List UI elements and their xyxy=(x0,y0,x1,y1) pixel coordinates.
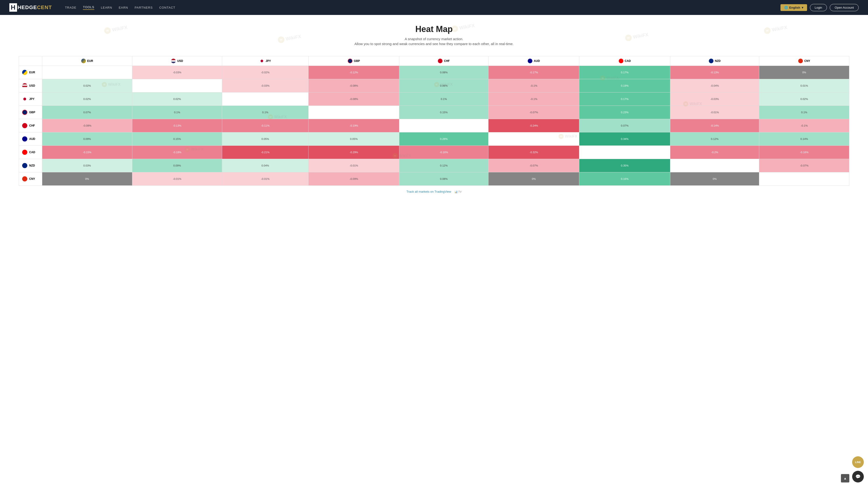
gbp-flag xyxy=(348,59,352,63)
heatmap-cell: -0.19% xyxy=(308,119,399,133)
heatmap-cell: -0.18% xyxy=(132,146,222,159)
row-header-cad: CAD xyxy=(19,146,42,159)
row-header-nzd: NZD xyxy=(19,159,42,172)
heatmap-cell: -0.24% xyxy=(488,119,579,133)
table-row: USD0.02%-0.03%-0.08%0.06%-0.1%0.19%-0.04… xyxy=(19,79,849,92)
globe-icon: 🌐 xyxy=(784,6,788,9)
nav-learn[interactable]: LEARN xyxy=(101,6,112,9)
nav-partners[interactable]: PARTNERS xyxy=(135,6,153,9)
nav-earn[interactable]: EARN xyxy=(119,6,128,9)
heatmap-cell: -0.07% xyxy=(759,159,849,172)
heatmap-cell: -0.15% xyxy=(42,146,132,159)
heatmap-cell xyxy=(759,172,849,186)
eur-flag xyxy=(81,59,86,63)
heatmap-cell: -0.01% xyxy=(222,172,309,186)
heatmap-cell: 0.28% xyxy=(399,133,489,146)
navbar: H HEDGECENT TRADE TOOLS LEARN EARN PARTN… xyxy=(0,0,868,15)
heatmap-cell xyxy=(579,146,670,159)
row-header-gbp: GBP xyxy=(19,106,42,119)
open-account-button[interactable]: Open Account xyxy=(830,4,859,11)
heatmap-cell: 0.12% xyxy=(399,159,489,172)
table-row: JPY0.02%0.02%-0.08%0.1%-0.1%0.17%-0.03%0… xyxy=(19,92,849,106)
tradingview-link[interactable]: Track all markets on TradingView xyxy=(406,190,451,193)
chevron-down-icon: ▾ xyxy=(802,6,803,9)
cad-flag xyxy=(619,59,623,63)
heatmap-cell: 0.02% xyxy=(759,92,849,106)
col-header-eur: EUR xyxy=(42,56,132,66)
nav-tools[interactable]: TOOLS xyxy=(83,5,94,10)
heatmap-cell: -0.16% xyxy=(759,146,849,159)
heatmap-cell: 0.23% xyxy=(579,106,670,119)
nzd-flag xyxy=(709,59,713,63)
heatmap-cell: -0.13% xyxy=(670,66,759,79)
col-header-gbp: GBP xyxy=(308,56,399,66)
heatmap-cell: -0.01% xyxy=(670,106,759,119)
heatmap-cell: 0.16% xyxy=(579,172,670,186)
heatmap-cell: -0.1% xyxy=(488,79,579,92)
login-button[interactable]: Login xyxy=(810,4,827,11)
nav-right: 🌐 English ▾ Login Open Account xyxy=(780,4,859,11)
heatmap-cell: 0.07% xyxy=(42,106,132,119)
heatmap-cell: 0.07% xyxy=(579,119,670,133)
row-header-eur: EUR xyxy=(19,66,42,79)
language-button[interactable]: 🌐 English ▾ xyxy=(780,4,807,11)
heatmap-area: WWikiFX WWikiFX WWikiFX WWikiFX WWikiFX … xyxy=(19,56,849,186)
heatmap-cell: -0.08% xyxy=(308,92,399,106)
heatmap-cell: 0% xyxy=(42,172,132,186)
heatmap-cell: -0.16% xyxy=(399,146,489,159)
heatmap-cell: -0.17% xyxy=(488,66,579,79)
heatmap-cell: -0.03% xyxy=(670,92,759,106)
heatmap-cell: 0.35% xyxy=(579,159,670,172)
heatmap-cell: -0.1% xyxy=(488,92,579,106)
heatmap-cell: -0.09% xyxy=(308,172,399,186)
logo-hedge: HEDGE xyxy=(18,4,37,10)
hero-description: Allow you to spot strong and weak curren… xyxy=(5,42,863,46)
heatmap-cell: 0.19% xyxy=(579,79,670,92)
heatmap-cell: -0.08% xyxy=(308,79,399,92)
table-row: GBP0.07%0.1%0.1%0.15%-0.07%0.23%-0.01%0.… xyxy=(19,106,849,119)
heatmap-cell: -0.2% xyxy=(670,146,759,159)
nav-trade[interactable]: TRADE xyxy=(65,6,76,9)
heatmap-cell xyxy=(488,133,579,146)
usd-flag xyxy=(171,59,176,63)
heatmap-cell xyxy=(399,119,489,133)
heatmap-cell: -0.12% xyxy=(308,66,399,79)
heatmap-cell: 0.15% xyxy=(132,133,222,146)
heatmap-cell: 0.09% xyxy=(132,159,222,172)
table-row: AUD0.09%0.15%0.05%0.05%0.28%0.34%0.12%0.… xyxy=(19,133,849,146)
col-header-usd: USD xyxy=(132,56,222,66)
heatmap-cell: 0.14% xyxy=(759,133,849,146)
col-header-aud: AUD xyxy=(488,56,579,66)
nav-contact[interactable]: CONTACT xyxy=(159,6,175,9)
row-header-jpy: JPY xyxy=(19,92,42,106)
col-header-cad: CAD xyxy=(579,56,670,66)
heatmap-cell: 0.1% xyxy=(132,106,222,119)
cny-flag xyxy=(798,59,803,63)
heatmap-section: WWikiFX WWikiFX WWikiFX WWikiFX WWikiFX … xyxy=(0,51,868,207)
logo-cent: CENT xyxy=(37,4,52,10)
page-title: Heat Map xyxy=(5,24,863,34)
table-row: CNY0%-0.01%-0.01%-0.09%0.08%0%0.16%0% xyxy=(19,172,849,186)
heatmap-cell: 0.02% xyxy=(42,92,132,106)
table-row: NZD0.03%0.09%0.04%-0.01%0.12%-0.07%0.35%… xyxy=(19,159,849,172)
row-header-chf: CHF xyxy=(19,119,42,133)
heatmap-cell: 0.01% xyxy=(759,79,849,92)
col-header-jpy: JPY xyxy=(222,56,309,66)
heatmap-cell xyxy=(222,92,309,106)
heatmap-cell: 0.06% xyxy=(399,79,489,92)
aud-flag xyxy=(528,59,532,63)
hero-subtitle: A snapshot of currency market action. xyxy=(5,37,863,41)
row-header-aud: AUD xyxy=(19,133,42,146)
heatmap-cell: -0.01% xyxy=(132,172,222,186)
heatmap-cell: -0.13% xyxy=(132,119,222,133)
heatmap-cell: -0.07% xyxy=(488,159,579,172)
track-link-section: Track all markets on TradingView 📊 TV xyxy=(19,186,849,198)
heatmap-cell: -0.03% xyxy=(132,66,222,79)
heatmap-cell: -0.04% xyxy=(670,79,759,92)
heatmap-cell: 0.09% xyxy=(42,133,132,146)
chf-flag xyxy=(438,59,442,63)
heatmap-cell: -0.01% xyxy=(308,159,399,172)
heatmap-cell: 0% xyxy=(670,172,759,186)
heatmap-cell: 0.02% xyxy=(42,79,132,92)
heatmap-cell xyxy=(670,159,759,172)
